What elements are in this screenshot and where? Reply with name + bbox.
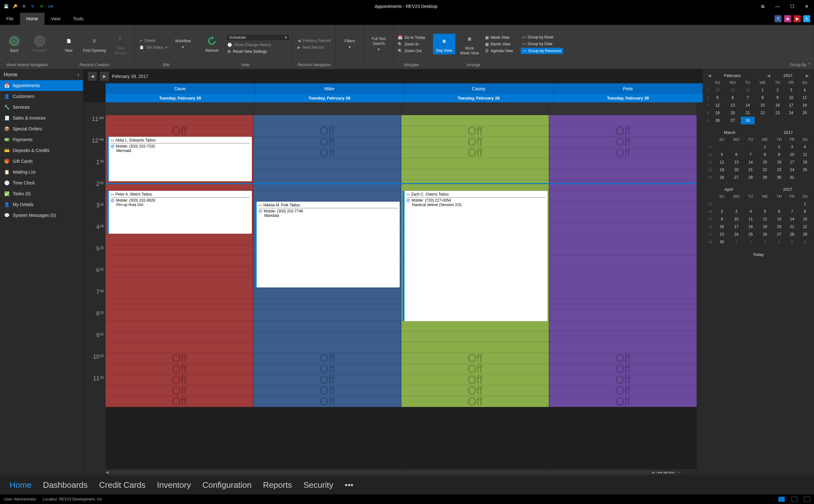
calendar-day[interactable]: 12 [710,101,724,109]
calendar-day[interactable]: 29 [710,86,724,94]
calendar-day[interactable]: 29 [757,174,773,181]
calendar-day[interactable]: 7 [786,208,799,215]
today-button[interactable]: Today [705,250,811,259]
calendar-day[interactable]: 23 [773,166,786,174]
calendar-day[interactable]: 10 [784,94,798,101]
tab-file[interactable]: File [0,13,20,25]
calendar-day[interactable]: 5 [710,94,724,101]
calendar-day[interactable]: 30 [725,86,741,94]
calendar-day[interactable]: 13 [773,215,786,223]
calendar-day[interactable]: 4 [744,208,757,215]
back-button[interactable]: Back [3,35,25,53]
groupby-none-button[interactable]: ▭Group by None [521,34,563,40]
calendar-day[interactable]: 17 [728,223,744,231]
calendar-day[interactable]: 26 [757,231,773,238]
appointment-casey1[interactable]: ▭Zach C. Owens Tattoo@Mobile: (720) 227-… [403,191,548,321]
calendar-day[interactable]: 28 [744,174,757,181]
calendar-day[interactable]: 19 [710,109,724,117]
calendar-day[interactable]: 9 [773,151,786,158]
resource-header-dave[interactable]: Dave [106,83,255,94]
calendar-day[interactable]: 6 [798,238,811,246]
window-restore-icon[interactable]: ⧉ [755,0,770,13]
calendar-day[interactable]: 16 [715,223,728,231]
calendar-day[interactable]: 14 [744,158,757,166]
calendar-day[interactable]: 24 [784,109,798,117]
calendar-day[interactable]: 9 [771,94,784,101]
calendar-day[interactable]: 5 [786,238,799,246]
calendar-day[interactable]: 6 [773,208,786,215]
calendar-day[interactable]: 11 [798,94,811,101]
calendar-day[interactable]: 12 [757,215,773,223]
workweek-view-button[interactable]: ▦ Work Week View [459,33,481,55]
status-layout2-icon[interactable] [791,497,797,502]
sidebar-item-payments[interactable]: 💵Payments [0,134,83,145]
window-minimize-icon[interactable]: — [770,0,785,13]
sidebar-item-system-messages-0-[interactable]: 💬System Messages (0) [0,210,83,221]
calendar-day[interactable]: 24 [786,166,799,174]
calendar-day[interactable]: 1 [798,200,811,208]
calendar-day[interactable]: 2 [744,238,757,246]
bottomnav-credit-cards[interactable]: Credit Cards [99,480,146,490]
sidebar-item-gift-cards[interactable]: 🎁Gift Cards [0,156,83,167]
zoom-in-button[interactable]: 🔍Zoom In [397,41,426,47]
appointment-mike1[interactable]: ▭Nikkita M. Polk Tattoo@Mobile: (303) 20… [255,202,400,287]
calendar-day[interactable]: 21 [744,166,757,174]
window-maximize-icon[interactable]: ☐ [785,0,799,13]
tab-tools[interactable]: Tools [67,13,90,25]
calendar-day[interactable]: 11 [744,215,757,223]
calendar-day[interactable]: 5 [715,151,728,158]
calendar-day[interactable]: 27 [725,117,741,124]
tab-view[interactable]: View [45,13,67,25]
calendar-day[interactable]: 23 [771,109,784,117]
resource-header-pete[interactable]: Pete [554,83,703,94]
sidebar-item-waiting-list[interactable]: 📋Waiting List [0,167,83,177]
resource-column-pete[interactable]: OffOffOffOffOffOffOffOff [549,102,697,469]
calendar-day[interactable]: 22 [798,223,811,231]
workflow-button[interactable]: Workflow ▾ [172,39,194,49]
calendar-day[interactable]: 25 [744,231,757,238]
bottomnav-dashboards[interactable]: Dashboards [43,480,87,490]
sidebar-item-tasks-0-[interactable]: ✅Tasks (0) [0,188,83,199]
collapse-nav-icon[interactable]: ‹ [78,72,79,78]
calendar-day[interactable]: 22 [755,109,771,117]
calendar-day[interactable]: 18 [744,223,757,231]
calendar-day[interactable]: 21 [741,109,755,117]
calendar-day[interactable]: 29 [798,231,811,238]
calendar-day[interactable]: 25 [798,166,811,174]
calendar-day[interactable]: 15 [757,158,773,166]
calendar-day[interactable]: 22 [757,166,773,174]
sidebar-item-customers[interactable]: 👤Customers [0,91,83,102]
bottomnav-reports[interactable]: Reports [263,480,292,490]
fulltext-button[interactable]: Full Text Search ▾ [368,37,390,52]
nav-minus-icon[interactable]: − [676,470,678,474]
scheduler-select[interactable]: Scheduler▾ [226,34,290,41]
calendar-day[interactable]: 2 [715,208,728,215]
nav-plus-icon[interactable]: + [679,470,680,474]
appointment-dave1[interactable]: ▭Abby L. Edwards Tattoo@Mobile: (303) 20… [107,137,252,181]
bottomnav-home[interactable]: Home [10,480,31,490]
calendar-day[interactable]: 15 [798,215,811,223]
bottomnav-more[interactable]: ••• [345,480,353,490]
calendar-day[interactable]: 20 [773,223,786,231]
calendar-day[interactable]: 27 [773,231,786,238]
calendar-day[interactable]: 3 [757,238,773,246]
calendar-day[interactable]: 6 [725,94,741,101]
calendar-day[interactable]: 31 [786,174,799,181]
calendar-day[interactable]: 8 [755,94,771,101]
prev-day-button[interactable]: ◀ [88,72,97,81]
calendar-day[interactable]: 23 [715,231,728,238]
calendar-day[interactable]: 10 [786,151,799,158]
qat-sync-icon[interactable]: ⟳ [39,3,45,9]
prev-year-icon[interactable]: ◀ [767,73,770,78]
calendar-day[interactable]: 24 [728,231,744,238]
facebook-icon[interactable]: f [775,15,782,22]
calendar-day[interactable]: 11 [798,151,811,158]
resource-header-casey[interactable]: Casey [404,83,554,94]
next-year-icon[interactable]: ▶ [806,73,809,78]
calendar-day[interactable]: 14 [786,215,799,223]
sidebar-item-time-clock[interactable]: 🕒Time Clock [0,177,83,188]
tab-home[interactable]: Home [20,13,45,25]
resource-column-mike[interactable]: OffOffOffOffOffOffOffOff▭Nikkita M. Polk… [253,102,401,469]
calendar-day[interactable]: 3 [784,86,798,94]
qat-target-icon[interactable]: ◎▾ [48,3,53,9]
